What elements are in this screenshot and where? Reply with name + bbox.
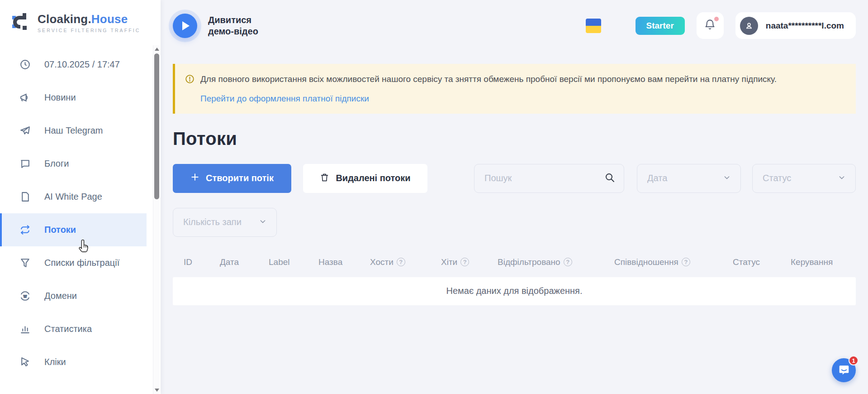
column-header-status: Статус bbox=[733, 257, 791, 267]
avatar bbox=[740, 17, 758, 35]
sidebar-item-streams[interactable]: Потоки bbox=[0, 213, 147, 246]
svg-text:w: w bbox=[23, 294, 27, 298]
logo-title: Cloaking.House bbox=[38, 12, 140, 26]
column-header-filtered: Відфільтровано? bbox=[498, 257, 614, 267]
sidebar-item-filter-lists[interactable]: Списки фільтрації bbox=[0, 246, 147, 279]
scrollbar-up-arrow[interactable] bbox=[155, 48, 159, 51]
bar-chart-icon bbox=[19, 323, 31, 335]
content: Для повного використання всіх можливосте… bbox=[161, 51, 868, 305]
column-header-hits: Хіти? bbox=[441, 257, 498, 267]
notifications-button[interactable] bbox=[697, 12, 724, 39]
table-header-row: ID Дата Label Назва Хости? Хіти? Відфіль… bbox=[173, 257, 856, 267]
domain-icon: w bbox=[19, 290, 31, 302]
column-header-name: Назва bbox=[318, 257, 370, 267]
funnel-icon bbox=[19, 257, 31, 269]
search-icon[interactable] bbox=[604, 172, 615, 185]
chat-widget-button[interactable]: 1 bbox=[832, 358, 856, 382]
warning-icon bbox=[185, 74, 194, 86]
create-stream-button[interactable]: Створити потік bbox=[173, 164, 291, 193]
column-header-label: Label bbox=[269, 257, 318, 267]
chevron-down-icon bbox=[838, 173, 845, 183]
logo[interactable]: Cloaking.House SERVICE FILTERING TRAFFIC bbox=[0, 0, 161, 34]
sidebar-item-label: Кліки bbox=[44, 357, 66, 367]
sidebar-item-blogs[interactable]: Блоги bbox=[0, 147, 147, 180]
sidebar-item-clicks[interactable]: Кліки bbox=[0, 346, 147, 379]
cursor-icon bbox=[19, 356, 31, 368]
column-header-actions: Керування bbox=[791, 257, 856, 267]
toolbar: Створити потік Видалені потоки Дата bbox=[173, 164, 856, 193]
bell-icon bbox=[704, 19, 716, 33]
chat-smile-icon bbox=[838, 364, 850, 377]
chat-unread-badge: 1 bbox=[849, 356, 859, 365]
sidebar-item-datetime: 07.10.2025 / 17:47 bbox=[0, 48, 147, 81]
demo-video-label[interactable]: Дивитися демо-відео bbox=[208, 14, 258, 37]
search-box bbox=[474, 164, 624, 193]
sidebar-item-label: Наш Telegram bbox=[44, 125, 103, 136]
flag-yellow-stripe bbox=[586, 26, 601, 33]
column-header-hosts: Хости? bbox=[370, 257, 441, 267]
sidebar-item-label: Списки фільтрації bbox=[44, 258, 119, 268]
sidebar-item-telegram[interactable]: Наш Telegram bbox=[0, 114, 147, 147]
page-icon bbox=[19, 191, 31, 203]
logo-text: Cloaking.House SERVICE FILTERING TRAFFIC bbox=[38, 12, 140, 33]
sidebar: Cloaking.House SERVICE FILTERING TRAFFIC… bbox=[0, 0, 161, 394]
play-icon bbox=[182, 21, 190, 30]
toolbar-secondary: Кількість запи bbox=[173, 208, 856, 237]
sidebar-item-label: AI White Page bbox=[44, 192, 102, 202]
sidebar-item-statistics[interactable]: Статистика bbox=[0, 312, 147, 346]
telegram-icon bbox=[19, 125, 31, 137]
megaphone-icon bbox=[19, 92, 31, 104]
play-demo-button[interactable] bbox=[173, 14, 197, 38]
table-empty-state: Немає даних для відображення. bbox=[173, 277, 856, 305]
plus-icon bbox=[190, 173, 199, 184]
logo-subtitle: SERVICE FILTERING TRAFFIC bbox=[38, 28, 140, 33]
sidebar-menu: 07.10.2025 / 17:47 Новини Наш Telegram Б… bbox=[0, 48, 147, 379]
sidebar-item-label: 07.10.2025 / 17:47 bbox=[44, 59, 120, 70]
sidebar-item-label: Статистика bbox=[44, 324, 92, 334]
banner-text: Для повного використання всіх можливосте… bbox=[200, 73, 777, 86]
app-root: Cloaking.House SERVICE FILTERING TRAFFIC… bbox=[0, 0, 868, 394]
help-icon[interactable]: ? bbox=[564, 258, 572, 266]
upgrade-subscription-link[interactable]: Перейти до оформлення платної підписки bbox=[200, 94, 369, 104]
help-icon[interactable]: ? bbox=[397, 258, 405, 266]
topbar-right: Starter naata**********l.c bbox=[586, 12, 856, 39]
main-area: Дивитися демо-відео Starter bbox=[161, 0, 868, 394]
logo-icon bbox=[11, 12, 31, 34]
language-flag-ukraine[interactable] bbox=[586, 19, 601, 33]
deleted-streams-button[interactable]: Видалені потоки bbox=[303, 164, 427, 193]
column-header-ratio: Співвідношення? bbox=[614, 257, 733, 267]
trash-icon bbox=[320, 173, 329, 184]
sidebar-item-ai-white-page[interactable]: AI White Page bbox=[0, 180, 147, 213]
plan-badge-starter[interactable]: Starter bbox=[636, 17, 685, 35]
column-header-id: ID bbox=[184, 257, 220, 267]
flag-blue-stripe bbox=[586, 19, 601, 26]
clock-icon bbox=[19, 59, 31, 71]
banner-body: Для повного використання всіх можливосте… bbox=[200, 73, 777, 104]
sync-icon bbox=[19, 224, 31, 236]
sidebar-item-label: Блоги bbox=[44, 159, 69, 169]
notification-dot bbox=[714, 17, 719, 21]
help-icon[interactable]: ? bbox=[682, 258, 690, 266]
sidebar-item-domains[interactable]: w Домени bbox=[0, 279, 147, 312]
trial-warning-banner: Для повного використання всіх можливосте… bbox=[173, 64, 856, 114]
date-filter-select[interactable]: Дата bbox=[637, 164, 741, 193]
sidebar-item-label: Новини bbox=[44, 92, 76, 103]
topbar: Дивитися демо-відео Starter bbox=[161, 0, 868, 51]
per-page-select[interactable]: Кількість запи bbox=[173, 208, 277, 237]
sidebar-item-label: Домени bbox=[44, 291, 77, 301]
scrollbar-thumb[interactable] bbox=[154, 53, 159, 199]
sidebar-item-news[interactable]: Новини bbox=[0, 81, 147, 114]
user-account-button[interactable]: naata**********l.com bbox=[735, 12, 856, 39]
chat-bubble-icon bbox=[19, 158, 31, 170]
chevron-down-icon bbox=[723, 173, 730, 183]
scrollbar-down-arrow[interactable] bbox=[155, 389, 159, 392]
chevron-down-icon bbox=[259, 217, 266, 227]
sidebar-scrollbar[interactable] bbox=[153, 45, 160, 394]
help-icon[interactable]: ? bbox=[460, 258, 469, 266]
sidebar-item-label: Потоки bbox=[44, 225, 76, 235]
column-header-date: Дата bbox=[220, 257, 269, 267]
user-email: naata**********l.com bbox=[766, 21, 844, 31]
search-input[interactable] bbox=[484, 173, 604, 183]
status-filter-select[interactable]: Статус bbox=[752, 164, 856, 193]
page-title: Потоки bbox=[173, 129, 856, 149]
